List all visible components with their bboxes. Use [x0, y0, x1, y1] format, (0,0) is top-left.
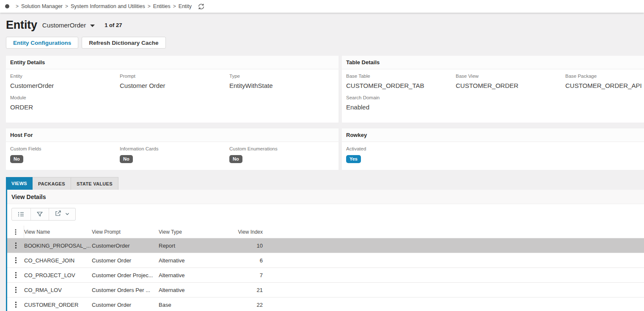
cell-view-name: CO_RMA_LOV — [24, 287, 92, 293]
field-search-domain: Search Domain Enabled — [346, 95, 456, 111]
breadcrumb-solution-manager[interactable]: Solution Manager — [21, 3, 63, 9]
breadcrumb-separator: > — [65, 3, 68, 9]
column-header-view-type[interactable]: View Type — [159, 229, 222, 235]
host-for-title: Host For — [6, 128, 339, 142]
record-name: CustomerOrder — [42, 22, 86, 29]
row-kebab-icon[interactable] — [7, 283, 24, 297]
entity-details-card: Entity Details Entity CustomerOrder Prom… — [6, 56, 339, 123]
row-kebab-icon[interactable] — [7, 238, 24, 253]
row-kebab-icon[interactable] — [7, 297, 24, 311]
cell-view-type: Alternative — [159, 287, 222, 293]
cell-view-index: 21 — [222, 287, 267, 293]
breadcrumb-bar: > Solution Manager > System Information … — [0, 0, 644, 13]
field-label: Entity — [10, 74, 120, 79]
breadcrumb-separator: > — [148, 3, 151, 9]
table-row[interactable]: CUSTOMER_ORDER Customer Order Base 22 — [7, 297, 644, 311]
field-prompt: Prompt Customer Order — [120, 74, 229, 89]
cell-view-name: CO_CHARGE_JOIN — [24, 257, 92, 264]
host-for-card: Host For Custom Fields No Information Ca… — [6, 128, 339, 170]
cell-view-prompt: Customer Order — [92, 302, 159, 308]
status-badge: No — [229, 155, 242, 163]
cell-view-prompt: CustomerOrder — [92, 243, 159, 249]
field-label: Activated — [346, 146, 456, 151]
record-selector[interactable]: CustomerOrder — [42, 21, 95, 30]
cell-view-name: BOOKING_PROPOSAL_... — [24, 243, 92, 249]
field-information-cards: Information Cards No — [120, 146, 229, 163]
tab-state-values[interactable]: STATE VALUES — [71, 177, 118, 190]
cell-view-name: CUSTOMER_ORDER — [24, 302, 92, 308]
cell-view-index: 6 — [222, 257, 267, 264]
table-row[interactable]: CO_PROJECT_LOV Customer Order Projec... … — [7, 268, 644, 283]
entity-details-title: Entity Details — [6, 56, 339, 69]
field-label: Prompt — [120, 74, 229, 79]
field-value: Customer Order — [120, 82, 229, 89]
breadcrumb-entity[interactable]: Entity — [179, 3, 192, 9]
row-kebab-icon[interactable] — [7, 268, 24, 282]
views-table: View Name View Prompt View Type View Ind… — [7, 226, 644, 311]
cell-view-type: Alternative — [159, 272, 222, 278]
column-header-view-prompt[interactable]: View Prompt — [92, 229, 159, 235]
page-title: Entity — [6, 19, 37, 32]
field-custom-fields: Custom Fields No — [10, 146, 120, 163]
field-activated: Activated Yes — [346, 146, 456, 163]
table-row[interactable]: CO_RMA_LOV Customer Orders Per ... Alter… — [7, 283, 644, 297]
table-row[interactable]: BOOKING_PROPOSAL_... CustomerOrder Repor… — [7, 238, 644, 253]
list-icon[interactable] — [12, 208, 31, 220]
status-badge: Yes — [346, 155, 361, 163]
status-badge: No — [10, 155, 23, 163]
breadcrumb-entities[interactable]: Entities — [153, 3, 171, 9]
row-kebab-icon[interactable] — [7, 253, 24, 267]
breadcrumb-separator: > — [173, 3, 176, 9]
app-circle-icon[interactable] — [5, 4, 9, 8]
column-header-view-index[interactable]: View Index — [222, 229, 267, 235]
field-base-package: Base Package CUSTOMER_ORDER_API — [565, 74, 644, 89]
field-module: Module ORDER — [10, 95, 120, 111]
tab-views[interactable]: VIEWS — [6, 177, 33, 190]
field-label: Base Table — [346, 74, 456, 79]
field-label: Base View — [456, 74, 565, 79]
field-label: Custom Enumerations — [229, 146, 339, 151]
chevron-down-icon — [65, 210, 70, 218]
header-kebab-icon[interactable] — [7, 226, 24, 238]
table-details-title: Table Details — [342, 56, 644, 69]
breadcrumb-separator: > — [16, 3, 19, 9]
field-value: CUSTOMER_ORDER — [456, 82, 565, 89]
entity-configurations-button[interactable]: Entity Configurations — [6, 37, 78, 49]
cell-view-prompt: Customer Orders Per ... — [92, 287, 159, 293]
cell-view-name: CO_PROJECT_LOV — [24, 272, 92, 278]
rowkey-title: Rowkey — [342, 128, 644, 142]
rowkey-card: Rowkey Activated Yes — [342, 128, 644, 170]
field-value: Enabled — [346, 104, 456, 111]
breadcrumb-system-information[interactable]: System Information and Utilities — [71, 3, 145, 9]
field-label: Search Domain — [346, 95, 456, 100]
record-pager: 1 of 27 — [105, 22, 122, 28]
cell-view-type: Base — [159, 302, 222, 308]
status-badge: No — [120, 155, 133, 163]
field-value: ORDER — [10, 104, 120, 111]
field-label: Module — [10, 95, 120, 100]
field-value: EntityWithState — [229, 82, 339, 89]
cell-view-index: 10 — [222, 243, 267, 249]
chevron-down-icon — [90, 22, 95, 30]
export-icon — [55, 210, 61, 218]
column-header-view-name[interactable]: View Name — [24, 229, 92, 235]
table-row[interactable]: CO_CHARGE_JOIN Customer Order Alternativ… — [7, 253, 644, 268]
field-value: CUSTOMER_ORDER_API — [565, 82, 644, 89]
tab-packages[interactable]: PACKAGES — [33, 177, 71, 190]
field-custom-enumerations: Custom Enumerations No — [229, 146, 339, 163]
view-details-title: View Details — [7, 190, 644, 204]
export-button[interactable] — [49, 208, 75, 220]
refresh-dictionary-cache-button[interactable]: Refresh Dictionary Cache — [82, 37, 165, 49]
filter-icon[interactable] — [31, 208, 49, 220]
refresh-icon[interactable] — [198, 3, 205, 10]
views-panel: View Details — [6, 190, 644, 311]
table-toolbar — [11, 208, 644, 221]
field-label: Information Cards — [120, 146, 229, 151]
field-entity: Entity CustomerOrder — [10, 74, 120, 89]
cell-view-prompt: Customer Order Projec... — [92, 272, 159, 278]
field-label: Type — [229, 74, 339, 79]
field-base-table: Base Table CUSTOMER_ORDER_TAB — [346, 74, 456, 89]
cell-view-index: 7 — [222, 272, 267, 278]
field-value: CustomerOrder — [10, 82, 120, 89]
field-base-view: Base View CUSTOMER_ORDER — [456, 74, 565, 89]
